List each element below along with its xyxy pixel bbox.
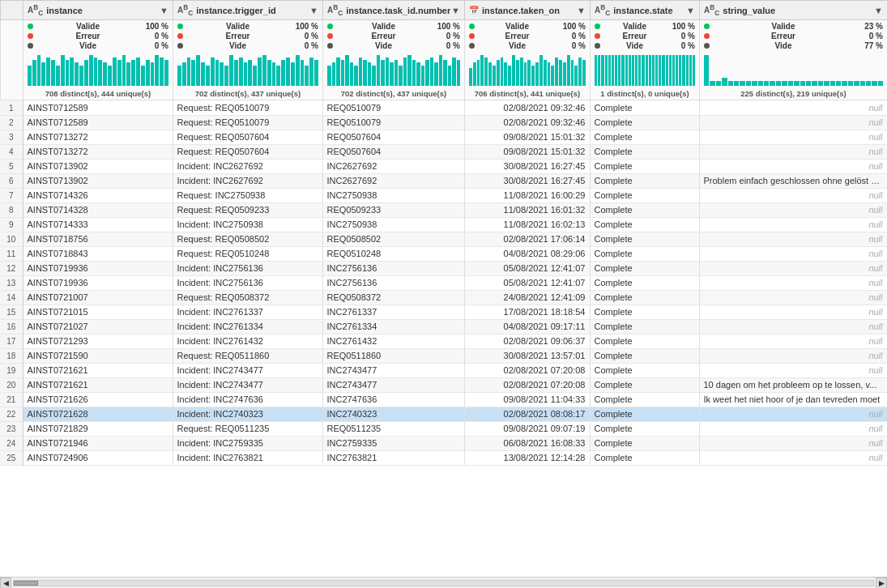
stats-num-cell (1, 20, 23, 100)
col-task-header[interactable]: ABC instance.task_id.number ▼ (323, 1, 465, 20)
cell-trigger-id: Request: REQ0510079 (173, 100, 322, 115)
row-num: 7 (0, 188, 23, 202)
cell-taken-on: 02/08/2021 17:06:14 (464, 232, 590, 246)
table-row[interactable]: 20AINST0721621Incident: INC2743477INC274… (0, 377, 887, 392)
row-num: 16 (0, 319, 23, 334)
col-num-header (1, 1, 23, 20)
row-num: 2 (0, 115, 23, 130)
table-row[interactable]: 25AINST0724906Incident: INC2763821INC276… (0, 450, 887, 465)
cell-task-id: INC2756136 (322, 275, 464, 290)
stats-footer-trigger: 702 distinct(s), 437 unique(s) (177, 89, 318, 98)
table-row[interactable]: 16AINST0721027Incident: INC2761334INC276… (0, 319, 887, 334)
cell-taken-on: 09/08/2021 09:07:19 (464, 421, 590, 436)
col-string-dropdown[interactable]: ▼ (874, 6, 883, 15)
cell-state: Complete (590, 421, 699, 436)
table-row[interactable]: 6AINST0713902Incident: INC2627692INC2627… (0, 173, 887, 188)
cell-string-value: null (699, 130, 887, 144)
cell-string-value: null (699, 363, 887, 377)
scroll-thumb[interactable] (14, 581, 38, 586)
cell-state: Complete (590, 290, 699, 305)
row-num: 25 (0, 450, 23, 465)
stats-footer-instance: 708 distinct(s), 444 unique(s) (28, 89, 168, 98)
cell-state: Complete (590, 130, 699, 144)
cell-state: Complete (590, 275, 699, 290)
cell-string-value: null (699, 407, 887, 421)
cell-instance: AINST0721946 (23, 436, 173, 450)
col-type-icon-string: ABC (704, 3, 719, 17)
cell-taken-on: 02/08/2021 09:32:46 (464, 115, 590, 130)
table-row[interactable]: 13AINST0719936Incident: INC2756136INC275… (0, 275, 887, 290)
cell-trigger-id: Incident: INC2763821 (173, 450, 322, 465)
cell-task-id: REQ0510079 (322, 100, 464, 115)
table-row[interactable]: 4AINST0713272Request: REQ0507604REQ05076… (0, 144, 887, 159)
cell-string-value: null (699, 334, 887, 348)
cell-task-id: INC2756136 (322, 261, 464, 275)
cell-trigger-id: Request: INC2750938 (173, 188, 322, 202)
col-instance-label: instance (46, 6, 83, 15)
col-state-header[interactable]: ABC instance.state ▼ (591, 1, 700, 20)
table-row[interactable]: 21AINST0721626Incident: INC2747636INC274… (0, 392, 887, 407)
col-type-icon-trigger: ABC (177, 3, 193, 17)
table-row[interactable]: 10AINST0718756Request: REQ0508502REQ0508… (0, 232, 887, 246)
table-row[interactable]: 3AINST0713272Request: REQ0507604REQ05076… (0, 130, 887, 144)
table-row[interactable]: 18AINST0721590Request: REQ0511860REQ0511… (0, 348, 887, 363)
table-row[interactable]: 7AINST0714326Request: INC2750938INC27509… (0, 188, 887, 202)
scroll-track[interactable] (13, 580, 874, 586)
table-row[interactable]: 17AINST0721293Incident: INC2761432INC276… (0, 334, 887, 348)
col-taken-dropdown[interactable]: ▼ (577, 6, 586, 15)
scroll-left-button[interactable]: ◀ (0, 577, 11, 589)
scroll-right-button[interactable]: ▶ (876, 577, 887, 589)
cell-task-id: REQ0510248 (322, 246, 464, 261)
cell-string-value: null (699, 100, 887, 115)
row-num: 22 (0, 407, 23, 421)
cell-string-value: Ik weet het niet hoor of je dan tevreden… (699, 392, 887, 407)
table-row[interactable]: 23AINST0721829Request: REQ0511235REQ0511… (0, 421, 887, 436)
table-row[interactable]: 1AINST0712589Request: REQ0510079REQ05100… (0, 100, 887, 115)
cell-taken-on: 05/08/2021 12:41:07 (464, 261, 590, 275)
cell-taken-on: 09/08/2021 15:01:32 (464, 130, 590, 144)
col-trigger-header[interactable]: ABC instance.trigger_id ▼ (173, 1, 323, 20)
col-task-dropdown[interactable]: ▼ (451, 6, 460, 15)
col-instance-header[interactable]: ABC instance ▼ (23, 1, 173, 20)
cell-taken-on: 30/08/2021 16:27:45 (464, 159, 590, 173)
cell-string-value: null (699, 450, 887, 465)
cell-instance: AINST0714328 (23, 202, 173, 217)
col-string-header[interactable]: ABC string_value ▼ (700, 1, 888, 20)
cell-task-id: REQ0508502 (322, 232, 464, 246)
cell-trigger-id: Incident: INC2761337 (173, 305, 322, 319)
cell-task-id: INC2627692 (322, 173, 464, 188)
table-row[interactable]: 9AINST0714333Incident: INC2750938INC2750… (0, 217, 887, 232)
table-row[interactable]: 12AINST0719936Incident: INC2756136INC275… (0, 261, 887, 275)
table-row[interactable]: 22AINST0721628Incident: INC2740323INC274… (0, 407, 887, 421)
table-row[interactable]: 5AINST0713902Incident: INC2627692INC2627… (0, 159, 887, 173)
table-row[interactable]: 8AINST0714328Request: REQ0509233REQ05092… (0, 202, 887, 217)
col-trigger-label: instance.trigger_id (196, 6, 275, 15)
cell-instance: AINST0713902 (23, 173, 173, 188)
table-body: 1AINST0712589Request: REQ0510079REQ05100… (0, 100, 887, 465)
cell-taken-on: 05/08/2021 12:41:07 (464, 275, 590, 290)
col-state-dropdown[interactable]: ▼ (686, 6, 695, 15)
table-row[interactable]: 24AINST0721946Incident: INC2759335INC275… (0, 436, 887, 450)
table-row[interactable]: 15AINST0721015Incident: INC2761337INC276… (0, 305, 887, 319)
stats-taken-cell: Valide100 % Erreur0 % Vide0 % 706 distin… (465, 20, 591, 100)
cell-taken-on: 09/08/2021 11:04:33 (464, 392, 590, 407)
cell-taken-on: 04/08/2021 09:17:11 (464, 319, 590, 334)
table-row[interactable]: 11AINST0718843Request: REQ0510248REQ0510… (0, 246, 887, 261)
table-row[interactable]: 2AINST0712589Request: REQ0510079REQ05100… (0, 115, 887, 130)
row-num: 8 (0, 202, 23, 217)
col-instance-dropdown[interactable]: ▼ (160, 6, 168, 15)
row-num: 17 (0, 334, 23, 348)
stats-footer-task: 702 distinct(s), 437 unique(s) (327, 89, 460, 98)
col-taken-header[interactable]: 📅 instance.taken_on ▼ (465, 1, 591, 20)
cell-string-value: null (699, 348, 887, 363)
stats-instance-cell: Valide100 % Erreur0 % Vide0 % 708 distin… (23, 20, 173, 100)
cell-taken-on: 09/08/2021 15:01:32 (464, 144, 590, 159)
col-trigger-dropdown[interactable]: ▼ (309, 6, 318, 15)
cell-task-id: REQ0510079 (322, 115, 464, 130)
cell-state: Complete (590, 100, 699, 115)
table-row[interactable]: 14AINST0721007Request: REQ0508372REQ0508… (0, 290, 887, 305)
cell-task-id: INC2759335 (322, 436, 464, 450)
horizontal-scrollbar[interactable]: ◀ ▶ (0, 577, 887, 588)
bar-chart-trigger (177, 53, 318, 86)
table-row[interactable]: 19AINST0721621Incident: INC2743477INC274… (0, 363, 887, 377)
